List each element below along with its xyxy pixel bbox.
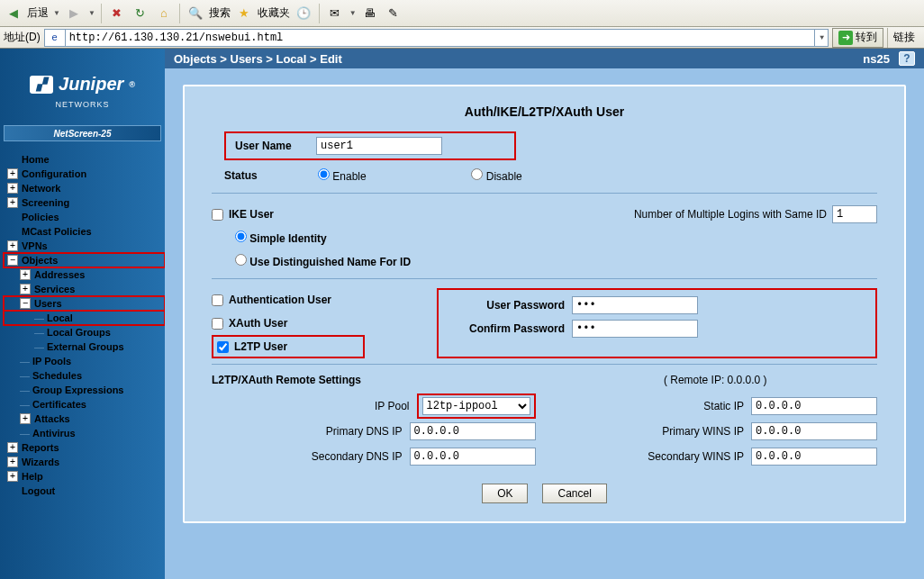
nav-antivirus[interactable]: Antivirus: [32, 428, 76, 439]
xauth-user-checkbox[interactable]: [212, 318, 223, 330]
nav-home[interactable]: Home: [22, 154, 50, 165]
nav-certificates[interactable]: Certificates: [32, 399, 86, 410]
panel-title: Auth/IKE/L2TP/XAuth User: [212, 104, 877, 119]
nav-users[interactable]: Users: [34, 298, 62, 309]
url-input[interactable]: [65, 29, 816, 47]
mail-button[interactable]: ✉: [325, 4, 345, 23]
static-ip-input[interactable]: [751, 397, 877, 415]
forward-button[interactable]: ▶: [64, 4, 84, 23]
expand-icon[interactable]: +: [7, 168, 18, 179]
nav-logout[interactable]: Logout: [22, 485, 55, 496]
username-input[interactable]: [316, 137, 442, 155]
favorites-icon[interactable]: ★: [234, 4, 254, 23]
expand-icon[interactable]: +: [20, 413, 31, 424]
help-button[interactable]: ?: [899, 51, 915, 66]
ok-button[interactable]: OK: [482, 484, 528, 503]
home-button[interactable]: ⌂: [154, 4, 174, 23]
nav-configuration[interactable]: Configuration: [22, 168, 86, 179]
disable-radio[interactable]: [471, 168, 483, 180]
ike-user-checkbox[interactable]: [212, 209, 223, 221]
favorites-label[interactable]: 收藏夹: [258, 5, 290, 21]
nav-mcast[interactable]: MCast Policies: [22, 226, 92, 237]
simple-identity-option[interactable]: Simple Identity: [235, 231, 327, 245]
edit-button[interactable]: ✎: [384, 4, 403, 23]
ip-pool-select[interactable]: l2tp-ippool: [422, 397, 530, 415]
nav-help[interactable]: Help: [22, 471, 43, 482]
ike-row: IKE User Number of Multiple Logins with …: [212, 203, 877, 226]
username-row: User Name: [224, 131, 516, 160]
chevron-down-icon[interactable]: ▼: [349, 9, 357, 17]
history-button[interactable]: 🕒: [294, 4, 313, 23]
chevron-down-icon[interactable]: ▼: [53, 9, 60, 17]
main-content: Objects > Users > Local > Edit ns25 ? Au…: [165, 49, 924, 579]
enable-radio[interactable]: [318, 168, 330, 180]
nav-ip-pools[interactable]: IP Pools: [32, 356, 71, 366]
simple-identity-radio[interactable]: [235, 231, 247, 242]
sidebar: ▞ Juniper® NETWORKS NetScreen-25 Home +C…: [0, 49, 165, 579]
dn-radio[interactable]: [235, 254, 247, 266]
stop-button[interactable]: ✖: [107, 4, 127, 23]
tree-dash: —: [34, 327, 44, 338]
secondary-dns-input[interactable]: [410, 448, 536, 466]
search-icon[interactable]: 🔍: [186, 4, 205, 23]
secondary-wins-input[interactable]: [751, 448, 877, 466]
dn-row: Use Distinguished Name For ID: [212, 249, 877, 273]
collapse-icon[interactable]: −: [7, 255, 18, 266]
cancel-button[interactable]: Cancel: [542, 484, 606, 503]
nav-local-groups[interactable]: Local Groups: [47, 327, 111, 338]
collapse-icon[interactable]: −: [20, 298, 31, 309]
content-header: Objects > Users > Local > Edit ns25 ?: [165, 49, 924, 68]
status-row: Status Enable Disable: [224, 164, 865, 187]
nav-group-expressions[interactable]: Group Expressions: [32, 384, 123, 395]
nav-objects[interactable]: Objects: [22, 255, 58, 266]
expand-icon[interactable]: +: [7, 471, 18, 482]
tree-dash: —: [20, 428, 30, 439]
go-label: 转到: [856, 30, 877, 45]
nav-addresses[interactable]: Addresses: [34, 269, 85, 280]
status-disable[interactable]: Disable: [471, 170, 521, 183]
nav-external-groups[interactable]: External Groups: [47, 341, 124, 352]
expand-icon[interactable]: +: [7, 457, 18, 467]
nav-vpns[interactable]: VPNs: [22, 240, 48, 251]
print-button[interactable]: 🖶: [360, 4, 380, 23]
chevron-down-icon[interactable]: ▼: [88, 9, 95, 17]
l2tp-user-label: L2TP User: [234, 340, 287, 353]
l2tp-user-checkbox[interactable]: [217, 341, 229, 353]
nav-attacks[interactable]: Attacks: [34, 413, 70, 424]
chevron-down-icon[interactable]: ▼: [820, 33, 824, 41]
multi-login-input[interactable]: [832, 205, 877, 223]
primary-wins-input[interactable]: [751, 422, 877, 440]
expand-icon[interactable]: +: [20, 284, 31, 294]
nav-screening[interactable]: Screening: [22, 197, 69, 208]
expand-icon[interactable]: +: [7, 442, 18, 453]
xauth-user-label: XAuth User: [229, 317, 287, 330]
remote-ip-display: ( Remote IP: 0.0.0.0 ): [554, 374, 878, 386]
expand-icon[interactable]: +: [7, 183, 18, 194]
ike-user-label: IKE User: [229, 208, 274, 221]
nav-schedules[interactable]: Schedules: [32, 370, 82, 381]
links-button[interactable]: 链接: [887, 28, 920, 48]
user-password-input[interactable]: [572, 296, 698, 314]
expand-icon[interactable]: +: [7, 197, 18, 208]
nav-policies[interactable]: Policies: [22, 212, 59, 222]
back-button[interactable]: ◀: [4, 4, 23, 23]
nav-reports[interactable]: Reports: [22, 442, 59, 453]
primary-dns-input[interactable]: [410, 422, 536, 440]
nav-services[interactable]: Services: [34, 284, 75, 294]
expand-icon[interactable]: +: [20, 269, 31, 280]
go-button[interactable]: ➜ 转到: [832, 28, 883, 48]
tree-dash: —: [34, 312, 44, 323]
expand-icon[interactable]: +: [7, 240, 18, 251]
nav-local[interactable]: Local: [47, 312, 73, 323]
nav-network[interactable]: Network: [22, 183, 60, 194]
refresh-button[interactable]: ↻: [131, 4, 150, 23]
status-enable[interactable]: Enable: [318, 170, 367, 183]
search-label[interactable]: 搜索: [209, 5, 231, 21]
address-field-wrap: e ▼: [44, 29, 829, 47]
confirm-password-input[interactable]: [572, 320, 698, 338]
username-label: User Name: [235, 140, 316, 152]
tree-dash: —: [20, 370, 30, 381]
nav-wizards[interactable]: Wizards: [22, 457, 59, 467]
dn-option[interactable]: Use Distinguished Name For ID: [235, 254, 411, 268]
auth-user-checkbox[interactable]: [212, 294, 223, 306]
